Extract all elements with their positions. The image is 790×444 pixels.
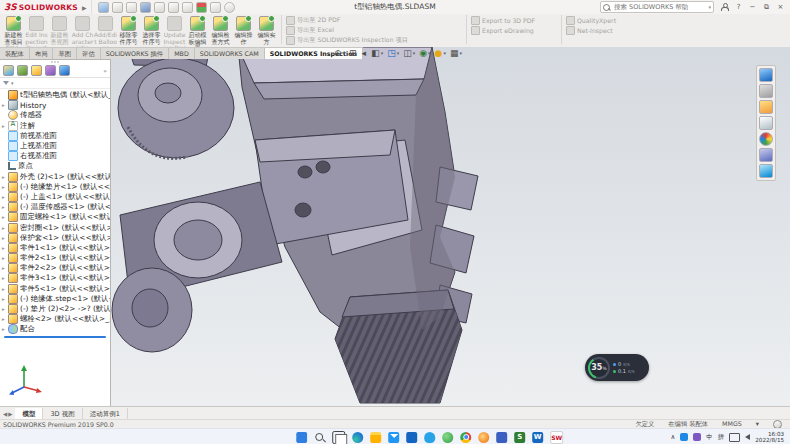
tree-item[interactable]: ▸ 零件3<1> (默认<<默认>_显示状 [0, 273, 110, 283]
tree-item[interactable]: ▸ 零件1<1> (默认<<默认>_显示状 [0, 243, 110, 253]
touch-keyboard-icon[interactable] [729, 433, 740, 442]
tray-shield-icon[interactable] [693, 433, 701, 441]
appearances-icon[interactable] [759, 132, 773, 146]
search-caret-icon[interactable]: ▾ [708, 4, 711, 10]
tab-property-manager[interactable] [17, 65, 28, 76]
tab-scroll-button[interactable]: ▶ [8, 411, 12, 417]
tree-item[interactable]: ▸ 上视基准面 [0, 141, 110, 151]
onedrive-icon[interactable] [424, 432, 435, 443]
export-button[interactable]: 导出至 Excel [286, 26, 462, 35]
quality-button[interactable]: Net-Inspect [566, 26, 646, 35]
ribbon-tab[interactable]: 草图 [53, 47, 77, 59]
view-palette-icon[interactable] [759, 116, 773, 130]
search-button[interactable] [314, 432, 325, 443]
tree-item[interactable]: ▸ 螺栓<2> (默认<<默认>_显示状态 [0, 314, 110, 324]
tab-configuration-manager[interactable] [31, 65, 42, 76]
tray-app-blue-icon[interactable] [680, 433, 688, 441]
tree-item[interactable]: ▸ 保护套<1> (默认<<默认>_显示状 [0, 233, 110, 243]
tree-filter[interactable]: ▾ [0, 78, 110, 89]
ime-mode-indicator[interactable]: 拼 [718, 433, 725, 442]
browser-green-icon[interactable] [442, 432, 453, 443]
tree-item[interactable]: ▸ 密封圈<1> (默认<<默认>_显示状 [0, 222, 110, 232]
tab-scroll-button[interactable]: ◀ [3, 411, 7, 417]
select-icon[interactable] [182, 2, 193, 13]
tree-item[interactable]: ▸ History [0, 100, 110, 110]
quality-button[interactable]: QualityXpert [566, 16, 646, 25]
speaker-icon[interactable] [745, 434, 750, 440]
tab-feature-manager[interactable] [3, 65, 14, 76]
zoom-fit-icon[interactable]: ⊕▾ [334, 47, 345, 60]
undo-icon[interactable] [168, 2, 179, 13]
hide-show-items-icon[interactable]: ◉▾ [419, 47, 430, 60]
ribbon-tab[interactable]: 评估 [77, 47, 101, 59]
document-tab[interactable]: 3D 视图 [43, 408, 82, 420]
file-explorer-icon[interactable] [370, 432, 381, 443]
rollback-bar[interactable] [4, 336, 106, 338]
tree-item[interactable]: ▸ 外壳 (2)<1> (默认<<默认>_显示状 [0, 172, 110, 182]
graphics-area[interactable]: 装配体布局草图评估SOLIDWORKS 插件MBDSOLIDWORKS CAMS… [0, 47, 790, 406]
solidworks-logo[interactable]: 3S SOLIDWORKS ▶ [0, 0, 92, 14]
view-settings-icon[interactable]: ▦▾ [450, 47, 462, 60]
close-button[interactable]: × [774, 1, 787, 13]
mail-icon[interactable] [388, 432, 399, 443]
menu-flyout-icon[interactable]: ▶ [82, 4, 87, 11]
store-icon[interactable] [406, 432, 417, 443]
previous-view-icon[interactable]: ◂ [362, 47, 368, 60]
solidworks-icon[interactable]: SW [550, 431, 563, 444]
tree-item[interactable]: ▸ (-) 绝缘体.step<1> (默认<<默认> [0, 294, 110, 304]
design-library-icon[interactable] [759, 84, 773, 98]
chrome-icon[interactable] [460, 432, 471, 443]
document-tab[interactable]: 运动算例1 [83, 408, 128, 420]
custom-properties-icon[interactable] [759, 148, 773, 162]
view-orientation-icon[interactable]: ◳▾ [387, 47, 399, 60]
tree-item[interactable]: ▸ (-) 绝缘垫片<1> (默认<<默认>_显 [0, 182, 110, 192]
rebuild-icon[interactable] [196, 2, 207, 13]
export-button[interactable]: Export to 3D PDF [471, 16, 557, 25]
save-icon[interactable] [140, 2, 151, 13]
open-file-icon[interactable] [126, 2, 137, 13]
tree-item[interactable]: ▸ (-) 上盖<1> (默认<<默认>_显示状 [0, 192, 110, 202]
ribbon-tab[interactable]: 布局 [30, 47, 54, 59]
edge-icon[interactable] [352, 432, 363, 443]
document-tab[interactable]: 模型 [15, 408, 43, 420]
search-input[interactable] [612, 2, 706, 12]
export-button[interactable]: 导出至 2D PDF [286, 16, 462, 25]
3d-model[interactable] [0, 47, 790, 406]
export-button[interactable]: 导出至 SOLIDWORKS Inspection 项目 [286, 36, 462, 45]
tab-dimxpert-manager[interactable] [45, 65, 56, 76]
tree-item[interactable]: ▸ 前视基准面 [0, 131, 110, 141]
tree-item[interactable]: ▸ 零件2<2> (默认<<默认>_显示状 [0, 263, 110, 273]
help-search-box[interactable]: ▾ [600, 1, 714, 13]
ribbon-tab[interactable]: MBD [169, 47, 195, 59]
forum-icon[interactable] [759, 164, 773, 178]
new-file-icon[interactable] [112, 2, 123, 13]
login-button[interactable] [718, 1, 731, 13]
task-view-button[interactable] [332, 431, 345, 444]
tab-display-manager[interactable] [59, 65, 70, 76]
export-button[interactable]: Export eDrawing [471, 26, 557, 35]
orientation-triad[interactable] [8, 363, 42, 395]
start-button[interactable] [296, 432, 307, 443]
wps-icon[interactable]: W [532, 432, 543, 443]
print-icon[interactable] [154, 2, 165, 13]
tree-item[interactable]: ▸ t型铝轴热电偶 (默认<默认_显示状态-1 [0, 90, 110, 100]
minimize-button[interactable]: − [746, 1, 759, 13]
ime-language-indicator[interactable]: 中 [706, 433, 713, 442]
home-icon[interactable] [98, 2, 109, 13]
monitor-gauge-overlay[interactable]: 35 % 0K/S 0.1K/S [585, 354, 649, 381]
browser-orange-icon[interactable] [478, 432, 489, 443]
app-s-icon[interactable]: S [514, 432, 525, 443]
zoom-area-icon[interactable]: ⊞ [349, 47, 358, 60]
display-style-icon[interactable]: ◫▾ [403, 47, 415, 60]
tree-item[interactable]: ▸ 零件2<1> (默认<<默认>_显示状 [0, 253, 110, 263]
tree-item[interactable]: ▸ 右视基准面 [0, 151, 110, 161]
tree-item[interactable]: ▸ 原点 [0, 161, 110, 171]
help-button[interactable]: ? [732, 1, 745, 13]
ribbon-tab[interactable]: SOLIDWORKS CAM [195, 47, 265, 59]
restore-button[interactable]: ⧉ [760, 1, 773, 13]
tree-item[interactable]: ▸ 固定螺栓<1> (默认<<默认>_显示 [0, 212, 110, 222]
file-explorer-icon[interactable] [759, 100, 773, 114]
section-view-icon[interactable]: ◧▾ [371, 47, 383, 60]
notes-app-icon[interactable] [496, 432, 507, 443]
tree-item[interactable]: ▸ 零件5<1> (默认<<默认>_显示状 [0, 284, 110, 294]
